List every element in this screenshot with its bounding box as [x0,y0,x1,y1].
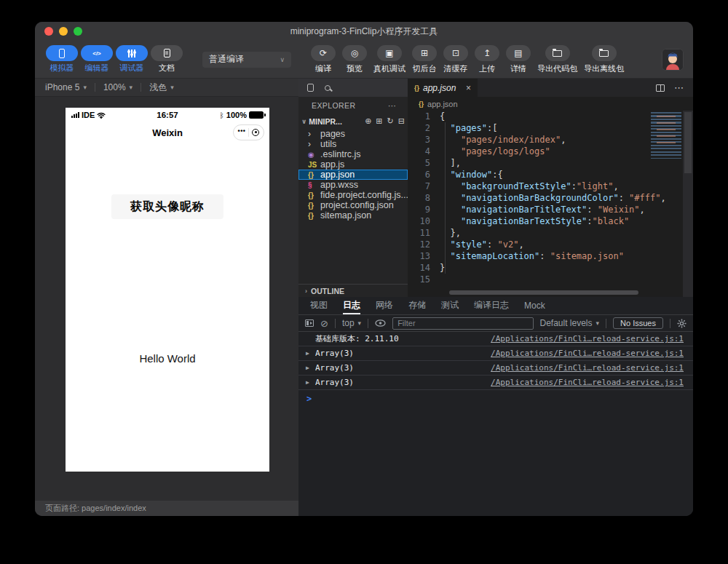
console-sidebar-icon[interactable] [305,319,314,327]
console-tab-存储[interactable]: 存储 [408,297,426,314]
more-menu-button[interactable]: ••• [238,128,246,135]
expand-triangle-icon[interactable]: ▶ [306,365,315,371]
device-debug-button[interactable]: ▣真机调试 [373,45,405,74]
log-source-link[interactable]: /Applications/FinCli…reload-service.js:1 [491,363,684,373]
docs-button[interactable]: 文档 [149,45,184,74]
clear-console-icon[interactable]: ⊘ [320,319,328,328]
hello-world-text: Hello World [66,352,269,365]
line-number: 8 [408,192,430,204]
line-number: 12 [408,239,430,250]
page-path-label: 页面路径: pages/index/index [45,503,146,514]
minimize-window-button[interactable] [59,27,68,36]
log-levels-dropdown[interactable]: Default levels ▾ [540,318,600,328]
code-line: "navigationBarBackgroundColor": "#fff", [440,192,666,204]
chevron-down-icon: ▾ [358,319,362,327]
explorer-more-icon[interactable]: ⋯ [388,101,396,110]
context-dropdown[interactable]: top ▾ [342,318,361,328]
titlebar: miniprogram-3-FinClip小程序开发工具 [35,22,693,41]
console-tab-视图[interactable]: 视图 [310,297,328,314]
log-source-link[interactable]: /Applications/FinCli…reload-service.js:1 [491,334,684,343]
preview-label: 预览 [347,63,363,74]
compile-mode-dropdown[interactable]: 普通编译 ∨ [202,52,291,68]
preview-button[interactable]: ◎预览 [342,45,367,74]
zoom-dropdown[interactable]: 100% ▾ [103,82,132,92]
export-offline-package-label: 导出离线包 [584,63,624,74]
outline-section[interactable]: › OUTLINE [298,284,408,297]
editor-horizontal-scrollbar[interactable] [449,290,638,295]
export-offline-package-button[interactable]: 导出离线包 [584,45,624,74]
console-tab-mock[interactable]: Mock [524,297,545,314]
preview-icon: ◎ [351,48,358,58]
file-item-app-js[interactable]: JSapp.js [298,159,408,170]
file-label: sitemap.json [320,210,371,221]
new-folder-icon[interactable]: ⊞ [376,116,382,126]
settings-gear-icon[interactable] [677,319,687,328]
log-source-link[interactable]: /Applications/FinCli…reload-service.js:1 [491,378,684,387]
details-button[interactable]: ▤详情 [506,45,531,74]
editor-vertical-scrollbar[interactable] [683,111,693,297]
tab-app-json[interactable]: {} app.json × [408,79,478,97]
debugger-button[interactable]: 调试器 [114,45,149,74]
device-value: iPhone 5 [45,82,79,92]
line-number: 3 [408,134,430,146]
file-item-sitemap-json[interactable]: {}sitemap.json [298,210,408,221]
eye-icon[interactable] [375,319,386,327]
device-dropdown[interactable]: iPhone 5 ▾ [45,82,87,92]
close-window-button[interactable] [44,27,53,36]
file-item-app-json[interactable]: {}app.json [298,170,408,180]
close-miniprogram-button[interactable] [252,129,259,136]
console-tab-日志[interactable]: 日志 [343,297,360,314]
get-avatar-nickname-button[interactable]: 获取头像昵称 [111,194,223,219]
new-file-icon[interactable]: ⊕ [365,116,371,126]
line-numbers: 123456789101112131415 [408,111,440,297]
chevron-down-icon: ∨ [280,56,285,63]
compile-button[interactable]: ⟳编译 [311,45,336,74]
collapse-folders-icon[interactable]: ⊟ [398,116,405,126]
file-item-utils[interactable]: ›utils [298,139,408,149]
user-avatar[interactable] [662,49,684,71]
editor-button[interactable]: </> 编辑器 [79,45,114,74]
code-line: "window":{ [440,169,666,180]
expand-triangle-icon[interactable]: ▶ [306,379,315,386]
switch-background-button[interactable]: ⊞切后台 [412,45,437,74]
minimap[interactable] [651,112,681,159]
console-tab-网络[interactable]: 网络 [376,297,393,314]
json-file-icon: {} [419,100,424,108]
file-item-fide-project-config-js[interactable]: {}fide.project.config.js... [298,190,408,200]
debug-console: 视图日志网络存储测试编译日志Mock ⊘ top ▾ [298,297,693,516]
console-tab-测试[interactable]: 测试 [441,297,459,314]
upload-button[interactable]: ↥上传 [475,45,499,74]
file-tree: ›pages›utils◉.eslintrc.jsJSapp.js{}app.j… [298,129,408,221]
simulator-button[interactable]: 模拟器 [44,45,79,74]
console-tab-编译日志[interactable]: 编译日志 [474,297,509,314]
clear-cache-button[interactable]: ⊡清缓存 [443,45,468,74]
file-label: app.js [320,159,344,170]
code-content[interactable]: { "pages":[ "pages/index/index", "pages/… [440,111,666,297]
refresh-explorer-icon[interactable]: ↻ [387,116,394,126]
project-root[interactable]: ∨ MINIPR... ⊕ ⊞ ↻ ⊟ [298,114,408,129]
console-filter-input[interactable] [392,317,533,330]
files-icon[interactable] [307,84,314,92]
file-item-project-config-json[interactable]: {}project.config.json [298,200,408,210]
device-debug-icon: ▣ [385,48,393,58]
split-editor-icon[interactable] [656,84,665,92]
theme-dropdown[interactable]: 浅色 ▾ [149,82,174,94]
zoom-window-button[interactable] [74,27,82,36]
search-icon[interactable] [325,85,331,91]
page-path-statusbar: 页面路径: pages/index/index [35,501,298,516]
file-item-pages[interactable]: ›pages [298,129,408,139]
file-item-eslintrc-js[interactable]: ◉.eslintrc.js [298,149,408,159]
file-item-app-wxss[interactable]: §app.wxss [298,180,408,190]
editor-more-icon[interactable]: ⋯ [674,82,684,93]
close-tab-icon[interactable]: × [466,83,471,93]
log-message: Array(3) [315,349,482,358]
carrier-label: IDE [82,111,95,119]
simulator-panel: iPhone 5 ▾ 100% ▾ 浅色 ▾ [35,79,298,516]
log-source-link[interactable]: /Applications/FinCli…reload-service.js:1 [491,349,684,358]
line-number: 13 [408,250,430,262]
no-issues-button[interactable]: No Issues [613,317,663,329]
code-editor[interactable]: {} app.json 123456789101112131415 { "pag… [408,97,693,297]
expand-triangle-icon[interactable]: ▶ [306,350,315,357]
console-prompt[interactable]: > [298,390,693,404]
export-code-package-button[interactable]: 导出代码包 [537,45,577,74]
